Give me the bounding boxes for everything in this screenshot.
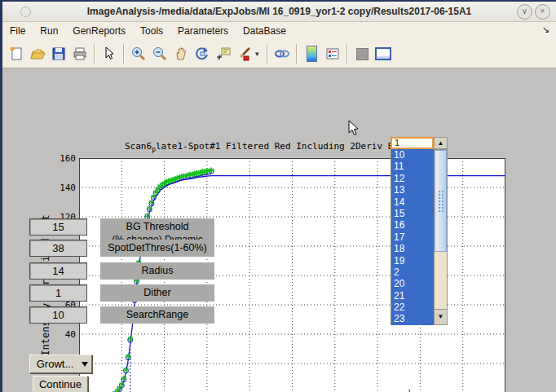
popup-scrollbar[interactable]: ▼: [434, 149, 448, 325]
combo-list-item[interactable]: 18: [391, 243, 435, 254]
zoom-in-icon[interactable]: [128, 43, 149, 64]
menu-file[interactable]: File: [2, 23, 33, 39]
radius-field[interactable]: 14: [29, 262, 87, 280]
combo-list-item[interactable]: 19: [391, 255, 435, 266]
spotdetthres-label: SpotDetThres(1-60%): [100, 240, 214, 257]
open-folder-icon[interactable]: [27, 43, 48, 64]
searchrange-field[interactable]: 10: [29, 306, 87, 324]
scroll-down-icon[interactable]: ▼: [435, 309, 447, 324]
rotate-3d-icon[interactable]: [192, 43, 213, 64]
save-icon[interactable]: [48, 43, 69, 64]
mouse-cursor-icon: [348, 120, 360, 136]
link-plots-icon[interactable]: [271, 43, 293, 64]
figure-toolbar: ▾: [2, 40, 556, 68]
dither-field[interactable]: 1: [29, 284, 87, 302]
combo-list-item[interactable]: 2: [391, 266, 435, 278]
brush-icon[interactable]: [234, 43, 255, 64]
searchrange-label: SearchRange: [100, 306, 214, 324]
menu-grip-icon[interactable]: ↘: [542, 24, 549, 35]
zoom-out-icon[interactable]: [149, 43, 170, 64]
chevron-down-icon: [82, 362, 88, 367]
combo-list-item[interactable]: 21: [391, 290, 435, 302]
combo-list-item[interactable]: 16: [391, 219, 435, 231]
print-icon[interactable]: [69, 43, 90, 64]
gray-square-icon[interactable]: [351, 43, 373, 64]
app-window: ImageAnalysis-/media/data/ExpJobs/MI 16_…: [0, 0, 556, 392]
menu-genreports[interactable]: GenReports: [65, 23, 133, 39]
combo-list-item[interactable]: 20: [391, 278, 435, 289]
combo-list-item[interactable]: 13: [391, 184, 435, 196]
spot-number-combo-field[interactable]: 1: [391, 137, 434, 149]
combo-list-item[interactable]: 10: [391, 149, 435, 161]
combo-list-item[interactable]: 23: [391, 313, 435, 324]
growth-mode-dropdown[interactable]: Growt...: [29, 355, 92, 373]
y-tick-label: 140: [48, 183, 76, 193]
figure-canvas[interactable]: Scan6plate1-Spot#1 Filtered Red Includin…: [2, 68, 556, 392]
data-cursor-icon[interactable]: [213, 43, 234, 64]
y-tick-label: 40: [48, 329, 76, 340]
title-bar[interactable]: ImageAnalysis-/media/data/ExpJobs/MI 16_…: [2, 2, 556, 22]
combo-list-item[interactable]: 15: [391, 208, 435, 219]
scrollbar-grip-icon: [438, 190, 445, 213]
spot-number-popup-list[interactable]: 10111213141516171819220212223: [391, 149, 435, 325]
menu-database[interactable]: DataBase: [236, 23, 293, 39]
brush-dropdown-icon[interactable]: ▾: [255, 50, 263, 58]
combo-list-item[interactable]: 11: [391, 161, 435, 172]
y-tick-label: 160: [48, 153, 76, 164]
dock-figure-icon[interactable]: [373, 43, 394, 64]
menu-tools[interactable]: Tools: [133, 23, 170, 39]
spotdetthres-field[interactable]: 38: [29, 240, 87, 257]
bg-threshold-label: BG Threshold(% change) Dynamic: [100, 218, 214, 240]
window-title: ImageAnalysis-/media/data/ExpJobs/MI 16_…: [2, 6, 556, 17]
menu-run[interactable]: Run: [33, 23, 65, 39]
shade-button[interactable]: ∨: [517, 4, 532, 20]
scroll-up-icon[interactable]: ▲: [434, 137, 448, 149]
scrollbar-thumb[interactable]: [435, 150, 447, 252]
radius-label: Radius: [100, 262, 214, 280]
new-document-icon[interactable]: [6, 43, 27, 64]
dither-label: Dither: [100, 284, 214, 302]
combo-list-item[interactable]: 22: [391, 302, 435, 313]
pointer-icon[interactable]: [99, 43, 120, 64]
combo-list-item[interactable]: 17: [391, 231, 435, 243]
menu-bar: File Run GenReports Tools Parameters Dat…: [2, 22, 556, 40]
combo-list-item[interactable]: 14: [391, 196, 435, 208]
pan-hand-icon[interactable]: [170, 43, 192, 64]
colorbar-icon[interactable]: [301, 43, 322, 64]
menu-parameters[interactable]: Parameters: [170, 23, 236, 39]
insert-legend-icon[interactable]: [322, 43, 343, 64]
combo-list-item[interactable]: 12: [391, 173, 435, 184]
continue-button[interactable]: Continue: [33, 376, 88, 392]
plot-title: Scan6plate1-Spot#1 Filtered Red Includin…: [125, 141, 399, 153]
close-button[interactable]: ×: [535, 4, 550, 20]
bg-threshold-field[interactable]: 15: [29, 218, 87, 236]
